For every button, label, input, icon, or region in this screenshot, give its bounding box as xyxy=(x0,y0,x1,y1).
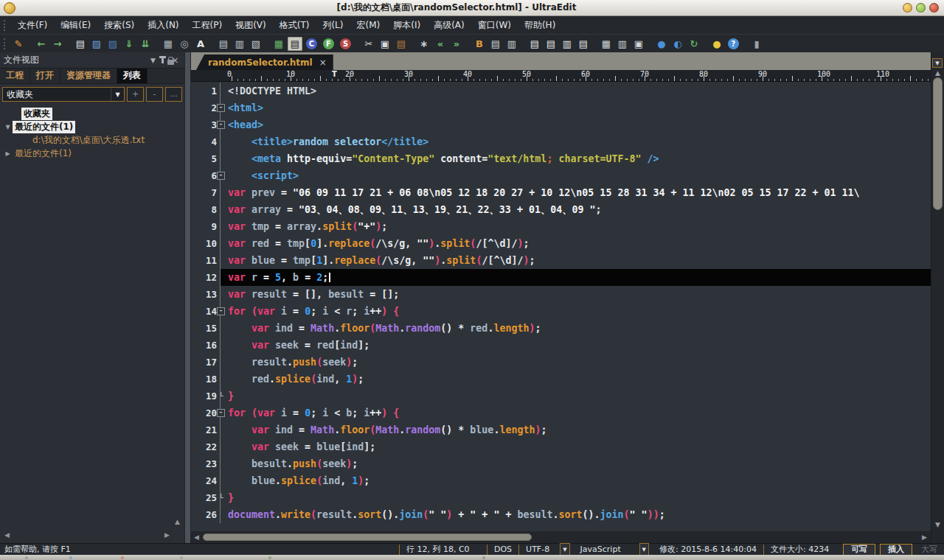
code-line-text[interactable]: var red = tmp[0].replace(/\s/g, "").spli… xyxy=(226,235,931,252)
print-icon[interactable]: ▦ xyxy=(161,37,176,51)
fold-marker-icon[interactable]: └ xyxy=(215,489,226,506)
code-line-text[interactable]: <title>random selector</title> xyxy=(226,133,931,150)
fold-marker-icon[interactable] xyxy=(215,438,226,455)
fold-marker-icon[interactable] xyxy=(215,371,226,388)
doc-script-icon[interactable]: ▤ xyxy=(576,37,591,51)
print-preview-icon[interactable]: ◎ xyxy=(177,37,192,51)
copy-history-icon[interactable]: ▣ xyxy=(631,37,646,51)
fold-marker-icon[interactable] xyxy=(215,286,226,303)
save-icon[interactable]: ⇓ xyxy=(122,37,136,51)
code-view[interactable]: 1<!DOCTYPE HTML> 2-<html> 3-<head> 4 <ti… xyxy=(191,82,931,531)
code-line[interactable]: 5 <meta http-equiv="Content-Type" conten… xyxy=(191,150,931,167)
code-line-text[interactable]: <html> xyxy=(226,99,931,116)
new-file-icon[interactable]: ▤ xyxy=(73,37,88,51)
code-line[interactable]: 10var red = tmp[0].replace(/\s/g, "").sp… xyxy=(191,235,931,252)
toolbar-grip[interactable] xyxy=(4,38,7,49)
code-line[interactable]: 18 red.splice(ind, 1); xyxy=(191,371,931,388)
fold-marker-icon[interactable] xyxy=(215,235,226,252)
code-line[interactable]: 26document.write(result.sort().join(" ")… xyxy=(191,506,931,523)
code-line[interactable]: 15 var ind = Math.floor(Math.random() * … xyxy=(191,320,931,337)
favorites-browse-button[interactable]: ... xyxy=(165,87,182,102)
fold-marker-icon[interactable] xyxy=(215,472,226,489)
column-mode-icon[interactable]: ▦ xyxy=(271,37,286,51)
insert-mode-button[interactable]: 插入 xyxy=(880,544,912,556)
fold-marker-icon[interactable] xyxy=(215,269,226,286)
files-dropdown-icon[interactable]: ▼ xyxy=(639,543,649,556)
scroll-down-icon[interactable]: ▼ xyxy=(931,522,944,528)
scroll-right-icon[interactable]: ▶ xyxy=(922,533,927,541)
fold-marker-icon[interactable] xyxy=(215,252,226,269)
fold-marker-icon[interactable] xyxy=(215,184,226,201)
code-line-text[interactable]: var ind = Math.floor(Math.random() * blu… xyxy=(226,421,931,438)
file-tab[interactable]: randomSelector.html × xyxy=(196,55,333,70)
menubar-grip[interactable] xyxy=(4,20,7,31)
favorites-remove-button[interactable]: - xyxy=(146,87,163,102)
menu-item[interactable]: 格式(T) xyxy=(273,16,316,34)
sidebar-menu-icon[interactable]: ▼ xyxy=(148,57,159,64)
code-line-text[interactable]: <head> xyxy=(226,116,931,133)
horizontal-scrollbar[interactable]: ◀ ▶ xyxy=(191,531,931,543)
sidebar-splitter[interactable] xyxy=(184,52,191,543)
fold-marker-icon[interactable] xyxy=(215,506,226,523)
code-line[interactable]: 16 var seek = red[ind]; xyxy=(191,337,931,354)
fold-marker-icon[interactable] xyxy=(215,83,226,99)
window-split-icon[interactable]: ▥ xyxy=(615,37,630,51)
horizontal-scrollbar-thumb[interactable] xyxy=(203,533,532,541)
copy-icon[interactable]: ▣ xyxy=(378,37,392,51)
help-icon[interactable]: ? xyxy=(728,38,739,49)
menu-item[interactable]: 视图(V) xyxy=(229,16,273,34)
code-line-text[interactable]: for (var i = 0; i < b; i++) { xyxy=(226,405,931,421)
syntax-dropdown-icon[interactable]: ▼ xyxy=(560,543,569,556)
menu-item[interactable]: 高级(A) xyxy=(427,16,471,34)
sidebar-tab-open[interactable]: 打开 xyxy=(30,69,60,83)
fold-marker-icon[interactable] xyxy=(215,218,226,235)
fold-marker-icon[interactable]: - xyxy=(217,172,225,180)
bookmark-icon[interactable]: B xyxy=(472,37,487,51)
paragraph-list-icon[interactable]: ▤ xyxy=(216,37,231,51)
menu-item[interactable]: 工程(P) xyxy=(186,16,229,34)
numbered-list-icon[interactable]: ▤ xyxy=(488,37,503,51)
forward-icon[interactable]: → xyxy=(50,37,65,51)
doc-macro-icon[interactable]: ▥ xyxy=(560,37,575,51)
modified-lines-icon[interactable]: ▥ xyxy=(504,37,519,51)
fold-marker-icon[interactable] xyxy=(215,201,226,218)
code-line[interactable]: 17 result.push(seek); xyxy=(191,354,931,371)
reformat-doc-icon[interactable]: ▤ xyxy=(527,37,542,51)
code-line[interactable]: 1<!DOCTYPE HTML> xyxy=(191,83,931,99)
new-file-wizard-icon[interactable]: ✎ xyxy=(11,37,26,51)
scroll-open-files-icon[interactable]: ▮ xyxy=(749,37,764,51)
menu-item[interactable]: 脚本(I) xyxy=(386,16,427,34)
compare-files-icon[interactable]: ▦ xyxy=(599,37,614,51)
menu-item[interactable]: 宏(M) xyxy=(350,16,387,34)
maximize-button[interactable] xyxy=(916,3,926,13)
code-line[interactable]: 14-for (var i = 0; i < r; i++) { xyxy=(191,303,931,320)
code-line-text[interactable]: var tmp = array.split("+"); xyxy=(226,218,931,235)
html-preview-icon[interactable]: ◐ xyxy=(670,37,685,51)
tree-item-recent-file-path[interactable]: d:\我的文档\桌面\大乐透.txt xyxy=(0,133,184,147)
menu-item[interactable]: 窗口(W) xyxy=(471,16,518,34)
refresh-icon[interactable]: ↻ xyxy=(687,37,701,51)
tree-item-favorites[interactable]: 收藏夹 xyxy=(0,107,184,120)
back-icon[interactable]: ← xyxy=(34,37,49,51)
tab-close-icon[interactable]: × xyxy=(319,57,327,68)
pin-icon[interactable] xyxy=(162,57,164,63)
code-line[interactable]: 2-<html> xyxy=(191,99,931,116)
hex-edit-icon[interactable]: ▧ xyxy=(249,37,263,51)
sidebar-scroll-left-icon[interactable]: ◀ xyxy=(4,532,10,539)
find-prev-icon[interactable]: « xyxy=(433,37,448,51)
menu-item[interactable]: 列(L) xyxy=(316,16,350,34)
tip-icon[interactable]: ● xyxy=(709,37,724,51)
menu-item[interactable]: 帮助(H) xyxy=(518,16,562,34)
code-line-text[interactable]: var result = [], besult = []; xyxy=(226,286,931,303)
tree-item-recent-files-collapsed[interactable]: ▶最近的文件(1) xyxy=(0,147,184,160)
cut-icon[interactable]: ✂ xyxy=(361,37,376,51)
fold-marker-icon[interactable] xyxy=(215,455,226,472)
code-line-text[interactable]: var array = "03、04、08、09、11、13、19、21、22、… xyxy=(226,201,931,218)
code-line-text[interactable]: <script> xyxy=(226,167,931,184)
code-line-text[interactable]: besult.push(seek); xyxy=(226,455,931,472)
code-line-text[interactable]: red.splice(ind, 1); xyxy=(226,371,931,388)
vertical-scrollbar-thumb[interactable] xyxy=(933,77,943,210)
code-line[interactable]: 3-<head> xyxy=(191,116,931,133)
writable-button[interactable]: 可写 xyxy=(843,544,875,556)
code-line[interactable]: 22 var seek = blue[ind]; xyxy=(191,438,931,455)
